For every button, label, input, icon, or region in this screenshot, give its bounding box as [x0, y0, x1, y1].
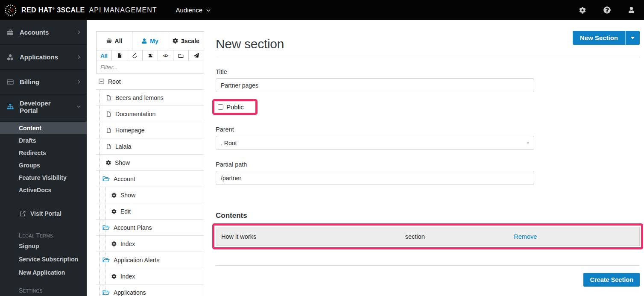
tab-label: All [115, 38, 123, 44]
filter-sections[interactable] [173, 50, 189, 61]
sidebar-item-accounts[interactable]: Accounts [0, 20, 87, 45]
tree-node-label: Applications [114, 289, 146, 296]
code-icon: </> [163, 53, 168, 58]
credit-card-icon [7, 79, 14, 85]
title-input[interactable] [216, 78, 534, 92]
developer-portal-submenu: Content Drafts Redirects Groups Feature … [0, 119, 87, 196]
chevron-down-icon [206, 8, 211, 13]
tree-node[interactable]: Documentation [96, 106, 204, 122]
filter-templates[interactable]: </> [158, 50, 173, 61]
sidebar-item-service-subscription[interactable]: Service Subscription [0, 253, 87, 265]
user-icon[interactable] [628, 7, 635, 13]
create-section-button[interactable]: Create Section [583, 273, 640, 287]
filter-input[interactable] [96, 61, 204, 73]
sidebar-item-billing[interactable]: Billing [0, 70, 87, 94]
tab-3scale[interactable]: 3scale [168, 32, 204, 50]
puzzle-icon [148, 53, 153, 58]
tree-node-folder[interactable]: Applications [96, 284, 204, 296]
navbar-actions [579, 6, 637, 14]
tree-node-folder[interactable]: Account [96, 171, 204, 187]
tree-node-label: Show [120, 192, 135, 199]
gear-icon[interactable] [579, 7, 586, 14]
public-checkbox[interactable] [218, 104, 223, 110]
filter-pages[interactable] [112, 50, 127, 61]
visit-portal-link[interactable]: Visit Portal [0, 207, 87, 220]
sidebar-item-new-application[interactable]: New Application [0, 266, 87, 278]
sidebar-item-signup[interactable]: Signup [0, 240, 87, 252]
contents-heading: Contents [216, 211, 640, 220]
folder-open-icon [102, 176, 110, 182]
tree-node-label: Index [120, 240, 135, 247]
gear-icon [106, 160, 111, 165]
filter-partials[interactable] [143, 50, 158, 61]
footer-divider [216, 265, 640, 266]
tree-node-label: Homepage [115, 127, 145, 134]
partial-path-label: Partial path [216, 161, 640, 168]
folder-open-icon [102, 225, 110, 230]
brand-product: 3SCALE [57, 6, 85, 14]
sidebar-item-label: Billing [20, 78, 70, 85]
tree-node[interactable]: Lalala [96, 138, 204, 155]
tab-my[interactable]: My [132, 32, 168, 50]
brand-suffix: API MANAGEMENT [89, 6, 157, 14]
sidebar-item-label: Applications [20, 53, 70, 61]
submenu-label: Service Subscription [19, 256, 78, 263]
remove-link[interactable]: Remove [514, 233, 639, 240]
tree-node[interactable]: Homepage [96, 122, 204, 138]
left-sidebar: Accounts Applications Billing Developer … [0, 20, 87, 296]
sidebar-item-activedocs[interactable]: ActiveDocs [0, 184, 87, 196]
content-item-type: section [405, 233, 514, 240]
page-icon [117, 53, 122, 58]
tree-node[interactable]: Index [96, 268, 204, 284]
tree-node[interactable]: Show [96, 155, 204, 171]
parent-select-value: . Root [221, 140, 237, 147]
filter-files[interactable] [127, 50, 143, 61]
tree-node[interactable]: Index [96, 236, 204, 252]
tree-node[interactable]: Edit [96, 203, 204, 220]
sidebar-item-drafts[interactable]: Drafts [0, 134, 87, 147]
sidebar-item-feature-visibility[interactable]: Feature Visibility [0, 171, 87, 184]
chevron-down-icon [76, 104, 81, 109]
partial-path-input[interactable] [216, 171, 534, 185]
tree-node-label: Lalala [115, 143, 131, 150]
tree-node-label: Show [115, 159, 130, 166]
tree-filter [96, 61, 204, 73]
file-icon [106, 95, 111, 101]
tree-node[interactable]: Show [96, 187, 204, 203]
brand-text: RED HAT® 3SCALE API MANAGEMENT [21, 6, 157, 14]
new-section-button[interactable]: New Section [573, 31, 626, 45]
file-icon [106, 127, 111, 133]
tree-guide-line [99, 90, 100, 296]
tab-label: 3scale [181, 38, 199, 44]
tree-node-label: Root [108, 78, 121, 85]
submenu-label: Feature Visibility [19, 174, 67, 181]
sitemap-icon [7, 103, 14, 110]
contents-highlight-annotation: How it works section Remove [212, 223, 643, 249]
tree-node[interactable]: Beers and lemons [96, 90, 204, 106]
public-highlight-annotation: Public [212, 99, 258, 115]
sidebar-item-groups[interactable]: Groups [0, 159, 87, 171]
chevron-right-icon [76, 79, 81, 84]
sidebar-item-content[interactable]: Content [0, 122, 87, 134]
public-label: Public [226, 103, 244, 111]
question-circle-icon[interactable] [603, 6, 611, 14]
new-section-dropdown-toggle[interactable] [626, 31, 640, 45]
parent-select[interactable]: . Root ▾ [216, 136, 534, 150]
cubes-icon [7, 54, 14, 61]
submenu-label: Signup [19, 243, 39, 249]
tree-node-label: Index [120, 273, 135, 280]
tree-node-folder[interactable]: Application Alerts [96, 252, 204, 268]
sidebar-item-redirects[interactable]: Redirects [0, 147, 87, 159]
tab-all[interactable]: All [97, 32, 132, 50]
audience-menu[interactable]: Audience [176, 6, 211, 14]
filter-all[interactable]: All [97, 50, 112, 61]
chevron-right-icon [76, 55, 81, 59]
tree-node-root[interactable]: Root [96, 73, 204, 90]
file-icon [106, 144, 111, 149]
sidebar-item-developer-portal[interactable]: Developer Portal [0, 94, 87, 119]
sidebar-item-applications[interactable]: Applications [0, 45, 87, 70]
filter-portlets[interactable] [189, 50, 204, 61]
tree-nodes: Root Beers and lemons Documentation Home… [96, 73, 204, 296]
tree-node-label: Account [114, 176, 135, 182]
tree-node-folder[interactable]: Account Plans [96, 220, 204, 236]
